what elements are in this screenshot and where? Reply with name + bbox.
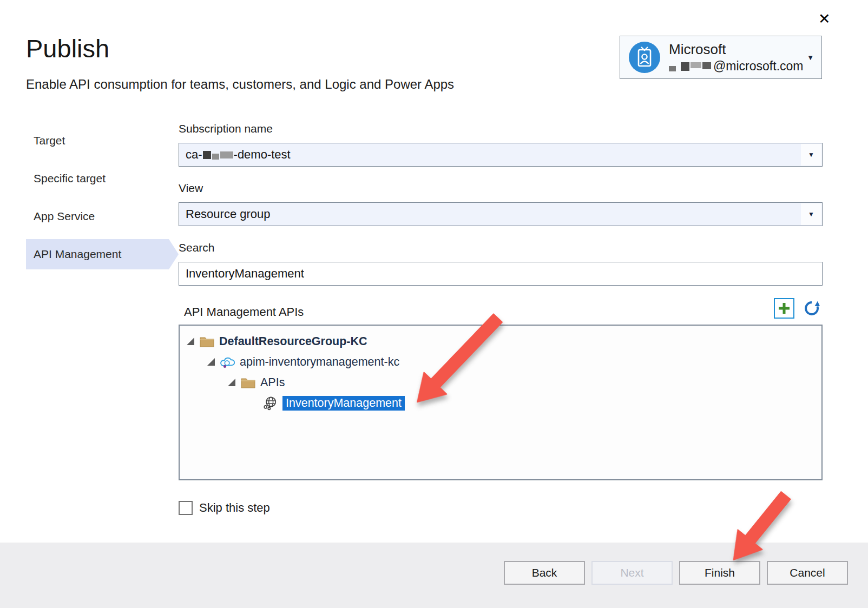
skip-step-label: Skip this step (199, 501, 270, 515)
expand-triangle-icon[interactable] (228, 379, 235, 386)
sidebar-item-target[interactable]: Target (26, 125, 169, 156)
view-value: Resource group (186, 207, 271, 221)
chevron-down-icon[interactable]: ▼ (801, 144, 821, 166)
tree-row-apim-instance[interactable]: apim-inventorymanagement-kc (180, 352, 821, 372)
api-management-apis-label: API Management APIs (184, 305, 304, 319)
next-button[interactable]: Next (591, 561, 673, 585)
redaction-block (691, 62, 701, 68)
plus-icon (778, 302, 791, 315)
close-icon[interactable]: ✕ (818, 12, 831, 27)
folder-icon (200, 335, 214, 347)
tree-row-inventory-management[interactable]: InventoryManagement (180, 393, 821, 413)
redaction-block (203, 151, 211, 159)
sidebar-item-api-management[interactable]: API Management (26, 239, 169, 269)
add-button[interactable] (774, 298, 794, 319)
tree-row-label: apim-inventorymanagement-kc (240, 355, 399, 369)
api-tree: DefaultResourceGroup-KC apim-inventoryma… (179, 325, 823, 480)
tree-row-label: DefaultResourceGroup-KC (219, 335, 367, 348)
wizard-steps: Target Specific target App Service API M… (26, 125, 169, 269)
back-button[interactable]: Back (504, 561, 585, 585)
search-label: Search (179, 241, 215, 254)
redaction-block (220, 151, 233, 158)
sidebar-item-specific-target[interactable]: Specific target (26, 163, 169, 194)
sidebar-item-label: API Management (34, 248, 121, 261)
publish-dialog: ✕ Publish Enable API consumption for tea… (0, 0, 868, 608)
tree-row-label: APIs (260, 376, 285, 389)
tree-row-resource-group[interactable]: DefaultResourceGroup-KC (180, 331, 821, 352)
account-email: @microsoft.com (669, 59, 803, 74)
tree-row-label-selected: InventoryManagement (282, 396, 405, 411)
chevron-down-icon: ▼ (807, 54, 814, 62)
api-globe-icon (262, 395, 278, 411)
page-subtitle: Enable API consumption for teams, custom… (26, 77, 454, 92)
refresh-icon (803, 299, 821, 318)
tree-row-apis-folder[interactable]: APIs (180, 372, 821, 393)
sidebar-item-app-service[interactable]: App Service (26, 201, 169, 232)
sidebar-item-label: App Service (34, 210, 95, 223)
page-title: Publish (26, 34, 109, 63)
view-combobox[interactable]: Resource group ▼ (179, 202, 823, 226)
subscription-name-label: Subscription name (179, 122, 273, 135)
subscription-value-suffix: -demo-test (234, 148, 291, 162)
redaction-block (212, 154, 219, 160)
folder-icon (241, 376, 255, 388)
skip-step-checkbox[interactable] (179, 501, 193, 515)
search-input[interactable] (179, 262, 823, 286)
account-provider: Microsoft (669, 41, 803, 58)
redaction-block (702, 62, 711, 69)
api-management-cloud-icon (220, 355, 235, 369)
sidebar-item-label: Specific target (34, 172, 106, 185)
cancel-button[interactable]: Cancel (767, 561, 848, 585)
dialog-footer: Back Next Finish Cancel (0, 543, 868, 608)
chevron-down-icon[interactable]: ▼ (801, 203, 821, 225)
refresh-button[interactable] (803, 299, 821, 318)
expand-triangle-icon[interactable] (207, 358, 215, 366)
account-dropdown[interactable]: Microsoft @microsoft.com ▼ (620, 36, 822, 79)
sidebar-item-label: Target (34, 134, 65, 147)
redaction-block (669, 66, 676, 71)
subscription-value-prefix: ca- (186, 148, 202, 162)
redaction-block (681, 62, 689, 71)
avatar (629, 42, 660, 73)
id-badge-icon (634, 45, 655, 69)
subscription-name-combobox[interactable]: ca--demo-test ▼ (179, 143, 823, 167)
expand-triangle-icon[interactable] (187, 338, 194, 345)
finish-button[interactable]: Finish (679, 561, 760, 585)
view-label: View (179, 182, 203, 195)
